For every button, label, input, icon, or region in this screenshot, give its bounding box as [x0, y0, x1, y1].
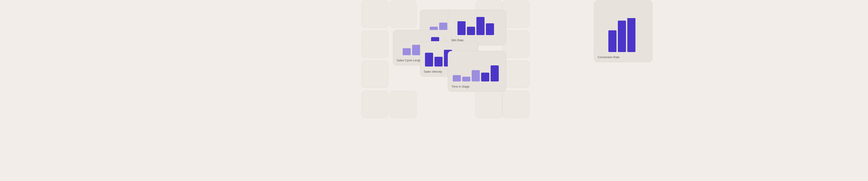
metric-card-time-in-stage[interactable]: Time in Stage — [448, 51, 506, 92]
ghost-card — [390, 91, 416, 118]
svg-rect-8 — [467, 27, 475, 35]
svg-rect-7 — [458, 21, 466, 35]
ghost-card — [502, 91, 529, 118]
svg-rect-2 — [627, 18, 636, 52]
ghost-card — [502, 30, 529, 58]
svg-rect-24 — [491, 66, 499, 81]
chart-area — [452, 16, 502, 36]
svg-rect-0 — [608, 30, 617, 52]
ghost-card — [361, 91, 389, 118]
metric-card-conversion-rate[interactable]: Conversion Rate — [594, 0, 652, 62]
svg-rect-15 — [425, 53, 433, 67]
ghost-card — [390, 0, 416, 28]
card-label: Conversion Rate — [598, 55, 620, 59]
svg-rect-23 — [481, 73, 489, 81]
card-label: Time in Stage — [452, 85, 470, 89]
bar-chart-svg — [453, 59, 501, 83]
bar-chart-svg — [608, 18, 638, 53]
chart-area — [598, 18, 649, 53]
svg-rect-16 — [434, 57, 442, 67]
card-label: Sales Cycle Length — [397, 59, 422, 62]
chart-area — [452, 59, 502, 83]
ghost-card — [502, 61, 529, 88]
main-scene: Conversion RateAverage Deal SizeWin Rate… — [0, 0, 868, 181]
metric-card-win-rate[interactable]: Win Rate — [448, 10, 506, 45]
svg-rect-10 — [486, 23, 494, 35]
svg-rect-11 — [403, 48, 411, 55]
ghost-card — [361, 61, 389, 88]
ghost-card — [502, 0, 529, 28]
ghost-card — [361, 30, 389, 58]
svg-rect-22 — [472, 70, 480, 81]
svg-rect-9 — [476, 17, 485, 35]
ghost-card — [361, 0, 389, 28]
bar-chart-svg — [458, 16, 496, 36]
ghost-card — [475, 91, 502, 118]
svg-rect-1 — [618, 21, 626, 52]
svg-rect-21 — [462, 77, 470, 81]
svg-rect-20 — [453, 75, 461, 81]
svg-rect-12 — [412, 45, 420, 55]
card-label: Sales Velocity — [424, 70, 442, 74]
